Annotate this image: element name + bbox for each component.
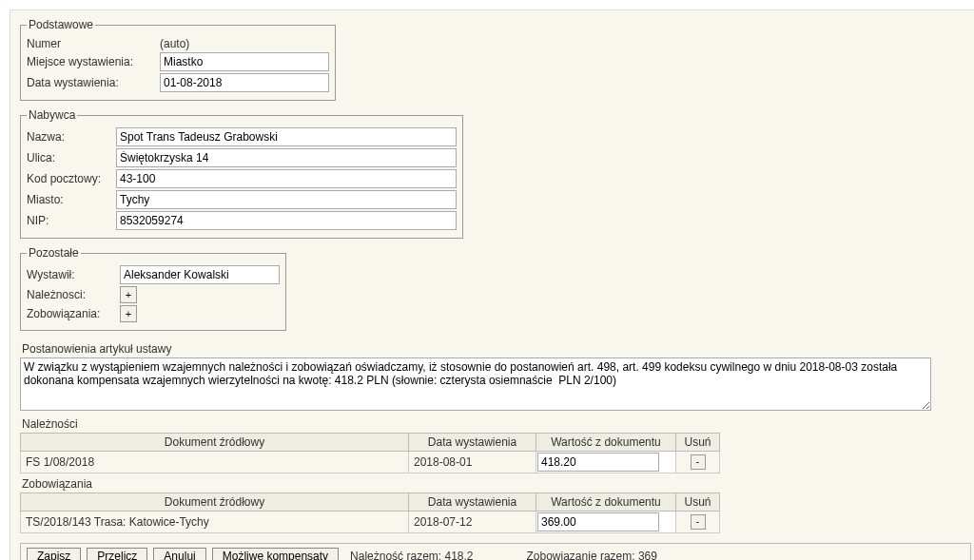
delete-row-button[interactable]: - xyxy=(691,454,706,470)
issuer-label: Wystawił: xyxy=(27,268,120,281)
cell-doc: TS/2018/143 Trasa: Katowice-Tychy xyxy=(21,512,409,533)
date-input[interactable] xyxy=(160,73,329,92)
provisions-textarea[interactable] xyxy=(20,357,931,411)
receivables-table: Dokument źródłowy Data wystawienia Warto… xyxy=(20,433,720,473)
add-receivable-button[interactable]: + xyxy=(120,286,137,303)
buyer-name-label: Nazwa: xyxy=(27,130,116,144)
compensation-form: Podstawowe Numer (auto) Miejsce wystawie… xyxy=(10,10,974,560)
buyer-legend: Nabywca xyxy=(27,108,77,122)
cell-value-input[interactable] xyxy=(537,512,659,531)
liabilities-total-label: Zobowiązanie razem: xyxy=(527,550,635,560)
cell-value-input[interactable] xyxy=(537,453,659,472)
delete-row-button[interactable]: - xyxy=(691,514,706,530)
buyer-zip-input[interactable] xyxy=(116,169,457,188)
number-value: (auto) xyxy=(160,37,189,50)
date-label: Data wystawienia: xyxy=(27,76,160,89)
table-row: TS/2018/143 Trasa: Katowice-Tychy 2018-0… xyxy=(21,512,720,533)
buyer-nip-label: NIP: xyxy=(27,214,116,227)
place-label: Miejsce wystawienia: xyxy=(27,55,160,68)
liabilities-total-value: 369 xyxy=(638,550,657,560)
buyer-name-input[interactable] xyxy=(116,127,457,146)
liabilities-table: Dokument źródłowy Data wystawienia Warto… xyxy=(20,492,720,533)
other-legend: Pozostałe xyxy=(27,246,81,260)
receivables-total-label: Należność razem: xyxy=(350,550,441,560)
col-value-header: Wartość z dokumentu xyxy=(536,493,676,512)
other-liabilities-label: Zobowiązania: xyxy=(27,307,120,320)
cancel-button[interactable]: Anuluj xyxy=(153,548,205,560)
add-liability-button[interactable]: + xyxy=(120,305,137,322)
buyer-zip-label: Kod pocztowy: xyxy=(27,172,116,185)
cell-date: 2018-07-12 xyxy=(409,512,536,533)
table-row: FS 1/08/2018 2018-08-01 - xyxy=(21,452,720,473)
possible-button[interactable]: Możliwe kompensaty xyxy=(212,548,339,560)
liabilities-total: Zobowiązanie razem: 369 xyxy=(527,550,657,560)
footer-bar: Zapisz Przelicz Anuluj Możliwe kompensat… xyxy=(20,543,971,560)
receivables-title: Należności xyxy=(22,417,971,431)
cell-doc: FS 1/08/2018 xyxy=(21,452,409,473)
buyer-fieldset: Nabywca Nazwa: Ulica: Kod pocztowy: Mias… xyxy=(20,108,463,239)
other-receivables-label: Należnosci: xyxy=(27,288,120,301)
basic-fieldset: Podstawowe Numer (auto) Miejsce wystawie… xyxy=(20,18,336,101)
buyer-city-input[interactable] xyxy=(116,190,457,209)
col-date-header: Data wystawienia xyxy=(409,434,536,452)
issuer-input[interactable] xyxy=(120,265,280,284)
buyer-city-label: Miasto: xyxy=(27,193,116,206)
col-doc-header: Dokument źródłowy xyxy=(21,493,409,512)
col-delete-header: Usuń xyxy=(676,434,720,452)
col-delete-header: Usuń xyxy=(676,493,720,512)
col-value-header: Wartość z dokumentu xyxy=(536,434,676,452)
place-input[interactable] xyxy=(160,52,329,71)
receivables-total-value: 418.2 xyxy=(444,550,473,560)
recalc-button[interactable]: Przelicz xyxy=(87,548,147,560)
other-fieldset: Pozostałe Wystawił: Należnosci: + Zobowi… xyxy=(20,246,286,331)
basic-legend: Podstawowe xyxy=(27,18,95,31)
number-label: Numer xyxy=(27,37,160,50)
receivables-total: Należność razem: 418.2 xyxy=(350,550,473,560)
buyer-street-input[interactable] xyxy=(116,148,457,167)
provisions-label: Postanowienia artykuł ustawy xyxy=(22,342,971,356)
save-button[interactable]: Zapisz xyxy=(27,548,81,560)
col-date-header: Data wystawienia xyxy=(409,493,536,512)
col-doc-header: Dokument źródłowy xyxy=(21,434,409,452)
liabilities-title: Zobowiązania xyxy=(22,477,971,491)
buyer-street-label: Ulica: xyxy=(27,151,116,164)
cell-date: 2018-08-01 xyxy=(409,452,536,473)
buyer-nip-input[interactable] xyxy=(116,211,457,230)
